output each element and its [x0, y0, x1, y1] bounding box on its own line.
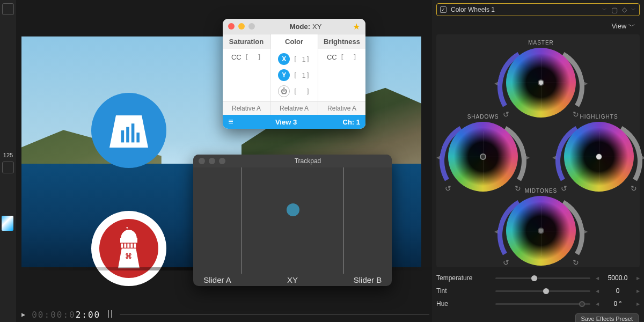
clip-thumbnail[interactable]	[2, 216, 13, 231]
color-wheel[interactable]	[564, 122, 634, 192]
label-slider-a: Slider A	[193, 275, 241, 284]
close-icon[interactable]	[199, 158, 205, 164]
stepper-up-icon[interactable]: ▶	[636, 276, 640, 281]
effect-enable-checkbox[interactable]: ✓	[440, 6, 447, 13]
zoom-icon[interactable]	[248, 23, 255, 30]
stepper-up-icon[interactable]: ▶	[636, 302, 640, 306]
param-hue: Hue ◀ 0 ° ▶	[436, 297, 640, 310]
header-color[interactable]: Color	[270, 34, 318, 49]
label-xy: XY	[241, 275, 343, 284]
reset-icon[interactable]: ↻	[573, 258, 579, 267]
favorite-icon[interactable]: ★	[353, 21, 360, 32]
y-pill[interactable]: Y	[278, 69, 290, 81]
slider-knob[interactable]	[579, 301, 585, 307]
wheel-label: MASTER	[506, 40, 576, 46]
trackpad-titlebar[interactable]: Trackpad	[193, 155, 392, 167]
rail-icon-mid[interactable]	[2, 162, 14, 173]
chevron-down-icon[interactable]: ﹀	[631, 6, 636, 13]
chevron-down-icon[interactable]: ﹀	[602, 6, 607, 13]
play-icon[interactable]: ▶	[21, 311, 25, 318]
header-brightness[interactable]: Brightness	[318, 34, 365, 49]
param-slider[interactable]	[495, 277, 590, 279]
channel-label[interactable]: Ch: 1	[333, 118, 365, 126]
col-color: X[ 1] Y[ 1] ⏻[ ]	[270, 49, 318, 101]
relative-a[interactable]: Relative A	[270, 102, 318, 115]
trackpad-zone-a[interactable]	[193, 167, 241, 274]
app-icon-control-tower[interactable]: ⌘	[91, 211, 166, 286]
svg-rect-6	[124, 244, 126, 248]
trackpad-zone-b[interactable]	[343, 167, 392, 274]
mask-icon[interactable]: ▢	[611, 6, 618, 14]
scrub-bar[interactable]	[120, 314, 429, 315]
effect-header[interactable]: ✓ Color Wheels 1 ﹀ ▢ ◇ ﹀	[436, 3, 640, 16]
reset-icon[interactable]: ↺	[445, 184, 451, 193]
effect-name[interactable]: Color Wheels 1	[451, 6, 598, 13]
wheel-master: MASTER ◀ ▶ ↺ ↻	[506, 40, 576, 118]
bars-icon	[107, 109, 150, 152]
save-effects-preset-button[interactable]: Save Effects Preset	[575, 313, 639, 322]
wheel-label: HIGHLIGHTS	[564, 114, 634, 120]
relative-a[interactable]: Relative A	[318, 102, 365, 115]
param-label: Hue	[436, 300, 490, 308]
color-wheel[interactable]	[506, 196, 576, 266]
wheel-label: MIDTONES	[506, 188, 576, 194]
mode-titlebar[interactable]: Mode: XY ★	[223, 19, 365, 34]
svg-rect-7	[127, 244, 129, 248]
tower-icon: ⌘	[110, 227, 148, 270]
svg-rect-3	[136, 133, 140, 142]
param-slider[interactable]	[495, 303, 590, 305]
bracket-icon[interactable]: [ ]	[293, 87, 310, 96]
col-brightness: CC[ ]	[318, 49, 365, 101]
param-value[interactable]: 5000.0	[599, 274, 636, 282]
trackpad-labels: Slider A XY Slider B	[193, 274, 392, 286]
param-label: Tint	[436, 287, 490, 295]
svg-rect-4	[120, 238, 137, 243]
zoom-icon[interactable]	[219, 158, 225, 164]
view-dropdown[interactable]: View ﹀	[611, 21, 635, 31]
keyframe-icon[interactable]: ◇	[622, 6, 627, 13]
param-value[interactable]: 0	[599, 287, 636, 295]
param-value[interactable]: 0 °	[599, 300, 636, 308]
app-icon-midi-bars[interactable]	[91, 93, 166, 168]
x-pill[interactable]: X	[278, 53, 290, 65]
left-rail: 125	[0, 0, 16, 322]
view-label[interactable]: View 3	[239, 118, 333, 126]
stepper-up-icon[interactable]: ▶	[636, 289, 640, 294]
reset-icon[interactable]: ↻	[631, 184, 637, 193]
color-wheels-panel: MASTER ◀ ▶ ↺ ↻ SHADOWS ◀ ▶	[436, 34, 640, 267]
param-slider[interactable]	[495, 290, 590, 292]
cc-label: CC	[231, 53, 241, 61]
menu-icon[interactable]: ≡	[223, 117, 239, 127]
timecode-active: 2:00	[76, 310, 101, 320]
minimize-icon[interactable]	[238, 23, 245, 30]
svg-text:⌘: ⌘	[126, 252, 133, 260]
color-wheel[interactable]	[506, 48, 576, 118]
bracket-icon[interactable]: [ 1]	[293, 71, 310, 79]
transport-bar: ▶ 00:00:02:00	[21, 307, 429, 322]
wheel-shadows: SHADOWS ◀ ▶ ↺ ↻	[448, 114, 518, 192]
col-saturation: CC[ ]	[223, 49, 270, 101]
relative-a[interactable]: Relative A	[223, 102, 270, 115]
trackpad-cursor[interactable]	[287, 203, 299, 216]
label-slider-b: Slider B	[343, 275, 392, 284]
header-saturation[interactable]: Saturation	[223, 34, 270, 49]
bracket-icon[interactable]: [ ]	[245, 53, 261, 61]
bracket-icon[interactable]: [ ]	[340, 53, 357, 61]
reset-icon[interactable]: ↺	[503, 258, 509, 267]
inspector-panel: ✓ Color Wheels 1 ﹀ ▢ ◇ ﹀ View ﹀ MASTER ◀…	[432, 0, 644, 322]
mode-title: Mode: XY	[259, 23, 353, 31]
trackpad-title: Trackpad	[229, 157, 386, 165]
mode-footer: ≡ View 3 Ch: 1	[223, 115, 365, 129]
bracket-icon[interactable]: [ 1]	[293, 55, 310, 63]
close-icon[interactable]	[228, 23, 235, 30]
mode-headers: Saturation Color Brightness	[223, 34, 365, 49]
cc-label: CC	[327, 53, 337, 61]
color-wheel[interactable]	[448, 122, 518, 192]
rail-icon-top[interactable]	[2, 3, 14, 15]
slider-knob[interactable]	[531, 275, 537, 281]
color-params: Temperature ◀ 5000.0 ▶ Tint ◀ 0 ▶ Hue ◀ …	[436, 272, 640, 310]
power-pill[interactable]: ⏻	[278, 85, 290, 97]
slider-knob[interactable]	[543, 288, 549, 294]
trackpad-zone-xy[interactable]	[241, 167, 343, 274]
minimize-icon[interactable]	[209, 158, 215, 164]
